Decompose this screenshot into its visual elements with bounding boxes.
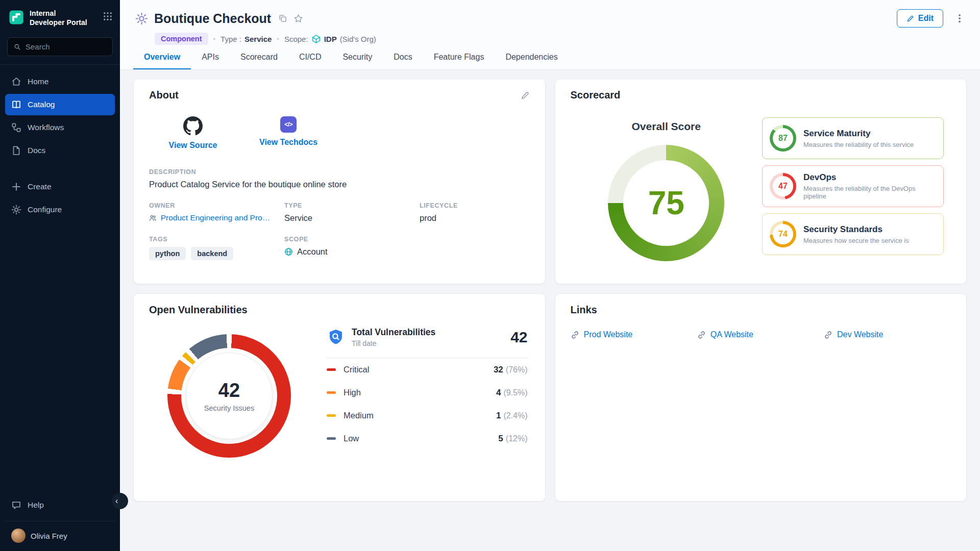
scope-field-label: SCOPE [284, 236, 420, 243]
user-avatar [11, 529, 26, 543]
tab-bar: Overview APIs Scorecard CI/CD Security D… [120, 45, 980, 70]
sidebar-item-create[interactable]: Create [5, 176, 115, 197]
scope-label: Scope: [284, 35, 308, 43]
sidebar-item-configure[interactable]: Configure [5, 199, 115, 220]
total-vulnerabilities-label: Total Vulnerabilities [352, 327, 435, 338]
overall-score-block: Overall Score 75 [571, 101, 763, 261]
tab-feature-flags[interactable]: Feature Flags [423, 45, 495, 69]
apps-grid-icon[interactable] [103, 11, 113, 21]
scorecard-card: Scorecard Overall Score 75 87 Service [555, 79, 967, 284]
score-item-security-standards[interactable]: 74 Security Standards Measures how secur… [762, 213, 944, 255]
view-techdocs-link[interactable]: View Techdocs [259, 138, 317, 147]
kind-badge: Component [155, 33, 208, 45]
overall-score-donut: 75 [608, 145, 724, 261]
severity-row-high: High 4 (9.5%) [327, 381, 528, 404]
scope-cube-icon [311, 34, 321, 44]
score-description: Measures the reliability of this service [803, 141, 914, 148]
scope-value: IDP [324, 35, 337, 43]
more-options-kebab-icon[interactable] [954, 13, 965, 23]
links-title: Links [571, 304, 597, 316]
vulnerabilities-list: Total Vulnerabilities Till date 42 Criti… [327, 327, 528, 450]
link-label: QA Website [710, 330, 753, 339]
logo-line1: Internal [30, 9, 97, 18]
score-name: DevOps [803, 172, 936, 183]
view-source-link[interactable]: View Source [169, 141, 217, 150]
view-techdocs-action[interactable]: </> View Techdocs [259, 116, 317, 150]
docs-file-icon [11, 145, 21, 156]
scorecard-title: Scorecard [571, 89, 621, 101]
edit-button[interactable]: Edit [897, 9, 943, 28]
score-description: Measures the reliability of the DevOps p… [803, 185, 936, 200]
workflows-icon [11, 122, 21, 133]
tab-cicd[interactable]: CI/CD [288, 45, 332, 69]
tab-docs[interactable]: Docs [383, 45, 423, 69]
score-value: 74 [778, 230, 788, 239]
score-item-service-maturity[interactable]: 87 Service Maturity Measures the reliabi… [762, 117, 944, 159]
link-chain-icon [571, 331, 579, 339]
search-input[interactable] [26, 42, 106, 51]
techdocs-icon: </> [280, 116, 297, 133]
vulnerabilities-count-label: Security Issues [204, 404, 254, 412]
score-ring: 74 [770, 221, 796, 247]
user-menu[interactable]: Olivia Frey [5, 521, 115, 546]
copy-icon[interactable] [278, 14, 287, 23]
overall-score-value: 75 [648, 184, 684, 222]
edit-button-label: Edit [918, 14, 934, 23]
link-qa-website[interactable]: QA Website [697, 330, 824, 339]
sidebar-collapse-toggle[interactable]: ‹ [112, 493, 128, 509]
link-label: Prod Website [584, 330, 633, 339]
score-list: 87 Service Maturity Measures the reliabi… [762, 117, 944, 261]
sidebar-item-help[interactable]: Help [5, 494, 115, 516]
total-vulnerabilities-sublabel: Till date [352, 339, 435, 347]
component-gear-icon [135, 12, 148, 25]
tab-security[interactable]: Security [332, 45, 383, 69]
severity-value: 4 [496, 388, 501, 398]
tag-chip[interactable]: python [149, 247, 186, 260]
link-prod-website[interactable]: Prod Website [571, 330, 697, 339]
edit-about-pencil-icon[interactable] [521, 91, 530, 100]
tab-apis[interactable]: APIs [191, 45, 230, 69]
sidebar-item-label: Workflows [28, 123, 64, 132]
owner-link[interactable]: Product Engineering and Product... [149, 213, 274, 222]
owner-label: OWNER [149, 202, 284, 209]
main-area: Boutique Checkout Edit Component • Type … [120, 0, 980, 551]
sidebar: Internal Developer Portal Home Catalog W… [0, 0, 120, 551]
sidebar-item-label: Help [28, 500, 44, 510]
severity-color-dash [327, 368, 336, 371]
tab-dependencies[interactable]: Dependencies [495, 45, 568, 69]
severity-value: 5 [498, 434, 503, 444]
tags-label: TAGS [149, 236, 284, 243]
sidebar-item-docs[interactable]: Docs [5, 140, 115, 161]
shield-scan-icon [327, 328, 345, 346]
sidebar-search[interactable] [7, 37, 113, 56]
score-value: 87 [778, 134, 788, 143]
owner-value: Product Engineering and Product... [161, 213, 274, 222]
tab-scorecard[interactable]: Scorecard [230, 45, 288, 69]
severity-row-critical: Critical 32 (76%) [327, 358, 528, 381]
score-value: 47 [778, 182, 788, 191]
sidebar-item-home[interactable]: Home [5, 71, 115, 92]
title-row: Boutique Checkout Edit [135, 9, 965, 28]
star-icon[interactable] [293, 14, 303, 23]
total-vulnerabilities-value: 42 [510, 329, 527, 346]
scope-pair: Scope: IDP (Sid's Org) [284, 34, 376, 44]
sidebar-item-workflows[interactable]: Workflows [5, 117, 115, 138]
view-source-action[interactable]: View Source [166, 116, 219, 150]
sidebar-item-catalog[interactable]: Catalog [5, 94, 115, 115]
severity-color-dash [327, 414, 336, 417]
portal-logo-icon [8, 9, 24, 26]
logo-line2: Developer Portal [30, 18, 97, 28]
tab-overview[interactable]: Overview [133, 45, 191, 69]
about-fields-row: OWNER Product Engineering and Product...… [149, 202, 530, 223]
severity-label: Critical [344, 365, 494, 374]
lifecycle-label: LIFECYCLE [420, 202, 530, 209]
tag-chip[interactable]: backend [191, 247, 233, 260]
type-pair: Type : Service [220, 35, 272, 43]
total-vulnerabilities-row: Total Vulnerabilities Till date 42 [327, 327, 528, 358]
page-title: Boutique Checkout [154, 11, 271, 26]
type-value: Service [244, 35, 272, 43]
score-item-devops[interactable]: 47 DevOps Measures the reliability of th… [762, 165, 944, 207]
page-header: Boutique Checkout Edit Component • Type … [120, 0, 980, 45]
link-dev-website[interactable]: Dev Website [824, 330, 950, 339]
score-ring: 87 [770, 125, 796, 152]
